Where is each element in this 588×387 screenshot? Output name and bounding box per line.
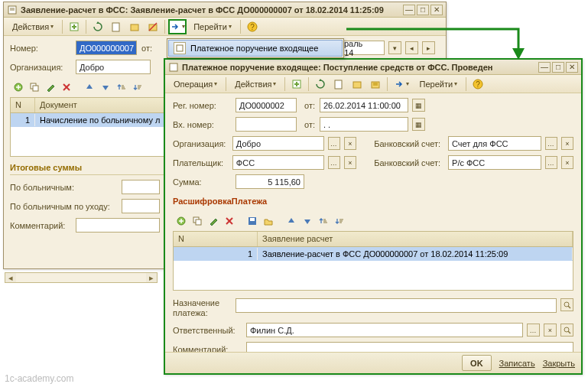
- scroll-right-icon[interactable]: ▸: [146, 273, 157, 282]
- scroll-track[interactable]: [16, 273, 146, 282]
- bank1-clear-button[interactable]: ×: [561, 137, 573, 150]
- close-link[interactable]: Закрыть: [543, 359, 575, 368]
- payer-clear-button[interactable]: ×: [344, 156, 356, 169]
- row-down-icon[interactable]: [300, 214, 314, 228]
- reg-no-label: Рег. номер:: [173, 101, 231, 110]
- popup-item-incoming-payment[interactable]: Платежное поручение входящее: [168, 40, 343, 57]
- minimize-button[interactable]: —: [403, 5, 415, 15]
- close-button[interactable]: ✕: [566, 62, 578, 73]
- svg-rect-8: [131, 24, 138, 31]
- in-no-field[interactable]: [236, 117, 297, 132]
- row-copy-icon[interactable]: [28, 80, 41, 94]
- sort-desc-icon[interactable]: [131, 80, 145, 94]
- row-add-icon[interactable]: [174, 214, 188, 228]
- row-up-icon[interactable]: [83, 80, 96, 94]
- col-application[interactable]: Заявление расчет: [258, 232, 573, 246]
- sum-field[interactable]: 5 115,60: [236, 174, 304, 189]
- bank2-field[interactable]: Р/с ФСС: [448, 155, 541, 170]
- maximize-button[interactable]: □: [417, 5, 429, 15]
- by-sick-label: По больничным:: [10, 183, 117, 192]
- row-delete-icon[interactable]: [60, 80, 73, 94]
- unpost-icon[interactable]: [145, 19, 161, 34]
- col-n[interactable]: N: [11, 98, 35, 112]
- write-link[interactable]: Записать: [499, 359, 535, 368]
- period-prev-button[interactable]: ◂: [405, 41, 418, 54]
- org-field[interactable]: Добро: [76, 60, 151, 74]
- sort-asc-icon[interactable]: [115, 80, 128, 94]
- operation-menu[interactable]: Операция▾: [168, 76, 223, 92]
- maximize-button[interactable]: □: [552, 62, 564, 73]
- help-icon[interactable]: ?: [244, 19, 261, 34]
- bank2-select-button[interactable]: …: [545, 156, 557, 169]
- actions-menu[interactable]: Действия▾: [229, 76, 281, 92]
- help-icon[interactable]: ?: [469, 76, 486, 92]
- new-doc-icon[interactable]: [330, 76, 347, 92]
- purpose-lookup-button[interactable]: [560, 298, 573, 311]
- responsible-lookup-button[interactable]: [560, 324, 573, 337]
- new-doc-icon[interactable]: [108, 19, 125, 34]
- in-date-field[interactable]: . .: [320, 117, 408, 132]
- bank1-field[interactable]: Счет для ФСС: [448, 136, 541, 151]
- payer-select-button[interactable]: …: [328, 156, 340, 169]
- post-icon[interactable]: [126, 19, 143, 34]
- ok-button[interactable]: OK: [462, 355, 492, 371]
- add-icon[interactable]: [288, 76, 305, 92]
- goto-menu[interactable]: Перейти▾: [414, 76, 463, 92]
- responsible-field[interactable]: Филин С.Д.: [246, 323, 523, 337]
- minimize-button[interactable]: —: [538, 62, 551, 73]
- goto-menu[interactable]: Перейти▾: [188, 19, 237, 34]
- details-toolbar: [173, 213, 573, 229]
- date-field[interactable]: 26.02.2014 11:00:00: [320, 98, 408, 112]
- row-edit-icon[interactable]: [206, 214, 220, 228]
- row-down-icon[interactable]: [99, 80, 112, 94]
- period-dropdown-button[interactable]: ▾: [388, 41, 401, 54]
- add-icon[interactable]: [66, 19, 83, 34]
- row-up-icon[interactable]: [284, 214, 298, 228]
- row-copy-icon[interactable]: [190, 214, 204, 228]
- navigate-icon[interactable]: ▾: [168, 19, 187, 34]
- open-icon[interactable]: [262, 214, 275, 228]
- by-sick-care-field[interactable]: [122, 199, 160, 213]
- horizontal-scrollbar[interactable]: ◂ ▸: [5, 272, 158, 283]
- sort-desc-icon[interactable]: [333, 214, 346, 228]
- post-icon[interactable]: [349, 76, 365, 92]
- org-field[interactable]: Добро: [232, 136, 324, 151]
- org-clear-button[interactable]: ×: [344, 137, 356, 150]
- comment-field[interactable]: [76, 218, 160, 233]
- row-add-icon[interactable]: [11, 80, 25, 94]
- scroll-left-icon[interactable]: ◂: [5, 273, 16, 282]
- org-label: Организация:: [173, 139, 228, 148]
- responsible-clear-button[interactable]: ×: [544, 324, 557, 337]
- form-body: Рег. номер: ДО0000002 от: 26.02.2014 11:…: [165, 93, 581, 385]
- by-sick-field[interactable]: [122, 180, 160, 194]
- titlebar[interactable]: Платежное поручение входящее: Поступлени…: [165, 60, 581, 75]
- close-button[interactable]: ✕: [430, 5, 443, 15]
- table-row[interactable]: 1 Заявление-расчет в ФСС ДО000000007 от …: [174, 247, 573, 261]
- col-n[interactable]: N: [174, 232, 258, 246]
- responsible-select-button[interactable]: …: [527, 324, 540, 337]
- details-grid[interactable]: N Заявление расчет 1 Заявление-расчет в …: [173, 231, 573, 291]
- row-delete-icon[interactable]: [223, 214, 236, 228]
- svg-rect-26: [177, 45, 183, 51]
- watermark: 1c-academy.com: [5, 373, 73, 384]
- refresh-icon[interactable]: [312, 76, 329, 92]
- in-from-label: от:: [304, 120, 315, 129]
- actions-menu[interactable]: Действия▾: [7, 19, 59, 34]
- payer-field[interactable]: ФСС: [232, 155, 324, 170]
- calendar-button[interactable]: ▦: [412, 118, 425, 131]
- reg-no-field[interactable]: ДО0000002: [236, 98, 297, 112]
- sort-asc-icon[interactable]: [317, 214, 330, 228]
- save-icon[interactable]: [245, 214, 259, 228]
- bank1-select-button[interactable]: …: [545, 137, 557, 150]
- navigate-icon[interactable]: ▾: [391, 76, 412, 92]
- titlebar[interactable]: Заявление-расчет в ФСС: Заявление-расчет…: [4, 2, 446, 18]
- calendar-button[interactable]: ▦: [412, 99, 425, 112]
- postings-icon[interactable]: [367, 76, 384, 92]
- purpose-field[interactable]: [236, 298, 557, 313]
- row-edit-icon[interactable]: [44, 80, 57, 94]
- number-field[interactable]: ДО000000007: [76, 41, 137, 55]
- refresh-icon[interactable]: [89, 19, 106, 34]
- org-select-button[interactable]: …: [328, 137, 340, 150]
- period-next-button[interactable]: ▸: [422, 41, 435, 54]
- bank2-clear-button[interactable]: ×: [561, 156, 573, 169]
